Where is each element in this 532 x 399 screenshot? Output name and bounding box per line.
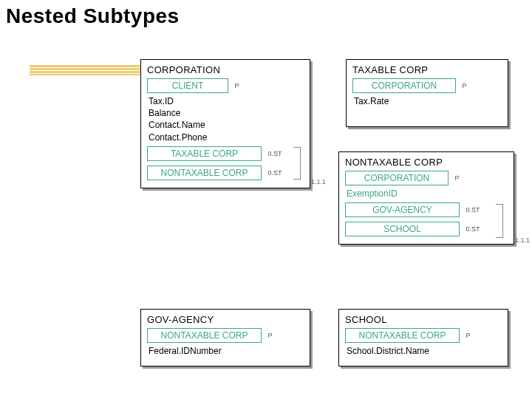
subtype-tag: 0.ST (267, 169, 282, 177)
entity-gov-agency: GOV-AGENCY NONTAXABLE CORP P Federal.IDN… (140, 309, 310, 366)
parent-tag: P (454, 174, 459, 182)
entity-title: NONTAXABLE CORP (345, 157, 508, 168)
entity-title: SCHOOL (345, 314, 502, 325)
entity-title: GOV-AGENCY (147, 314, 304, 325)
attr: Federal.IDNumber (149, 345, 304, 357)
attr: Balance (149, 107, 304, 119)
attr: Tax.ID (149, 95, 304, 107)
parent-box: CORPORATION (352, 78, 456, 93)
attr: School.District.Name (347, 345, 502, 357)
parent-tag: P (466, 332, 470, 339)
subtype-bracket (293, 147, 301, 180)
parent-tag: P (267, 332, 272, 339)
decorative-swoosh (30, 65, 141, 75)
attr: ExemptionID (347, 188, 508, 200)
entity-school: SCHOOL NONTAXABLE CORP P School.District… (338, 309, 508, 366)
parent-tag: P (234, 82, 239, 89)
subtype-tag: 0.ST (267, 150, 282, 157)
entity-corporation: CORPORATION CLIENT P Tax.ID Balance Cont… (140, 59, 310, 188)
subtype-box: TAXABLE CORP (147, 146, 262, 161)
attr: Tax.Rate (354, 95, 502, 107)
entity-title: TAXABLE CORP (352, 64, 502, 75)
entity-title: CORPORATION (147, 64, 304, 75)
group-tag: 1.1.1 (311, 178, 326, 185)
page-title: Nested Subtypes (6, 4, 180, 28)
attr: Contact.Name (149, 119, 304, 131)
parent-box: NONTAXABLE CORP (147, 328, 262, 343)
entity-taxable-corp: TAXABLE CORP CORPORATION P Tax.Rate (346, 59, 508, 127)
subtype-box: NONTAXABLE CORP (147, 166, 262, 180)
subtype-bracket (496, 204, 503, 238)
subtype-box: SCHOOL (345, 222, 460, 236)
parent-tag: P (462, 82, 466, 89)
group-tag: 1.1.1 (515, 236, 530, 244)
entity-nontaxable-corp: NONTAXABLE CORP CORPORATION P ExemptionI… (338, 151, 514, 245)
subtype-tag: 0.ST (466, 206, 480, 214)
subtype-box: GOV-AGENCY (345, 202, 460, 217)
attr: Contact.Phone (149, 132, 304, 143)
parent-box: CLIENT (147, 78, 228, 93)
parent-box: NONTAXABLE CORP (345, 328, 460, 343)
subtype-tag: 0.ST (466, 225, 480, 233)
parent-box: CORPORATION (345, 171, 449, 185)
